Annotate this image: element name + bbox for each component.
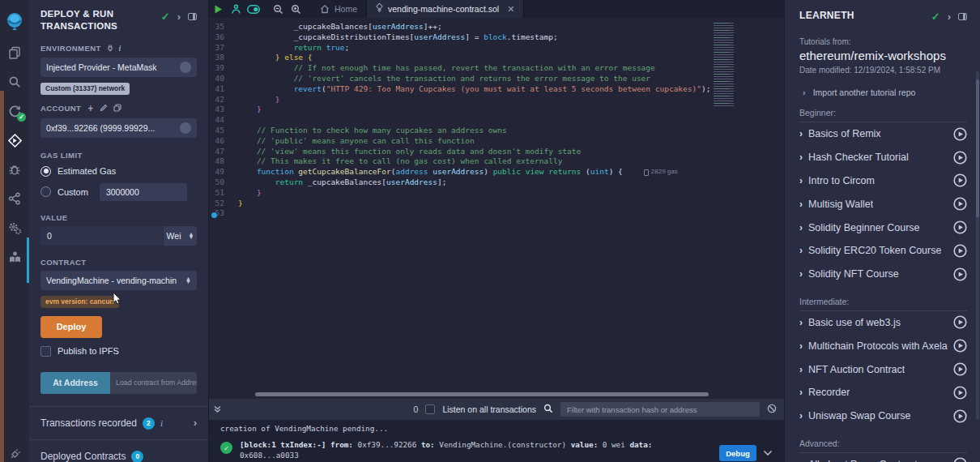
plugin-connect-icon[interactable] <box>0 439 29 462</box>
play-tutorial-button[interactable] <box>953 197 967 211</box>
import-tutorial-repo[interactable]: › Import another tutorial repo <box>799 88 967 97</box>
tutorial-item[interactable]: ›Basic use of web3.js <box>799 311 967 335</box>
tutorial-item[interactable]: ›Recorder <box>799 381 967 404</box>
value-unit-select[interactable]: Wei ▲▼ <box>163 226 197 246</box>
deployed-contracts-row[interactable]: Deployed Contracts 0 <box>40 440 197 462</box>
transaction-log-row[interactable]: ✓ [block:1 txIndex:-] from: 0xf39...9226… <box>220 440 776 462</box>
terminal-filter-input[interactable] <box>560 402 760 417</box>
deploy-run-panel: DEPLOY & RUN TRANSACTIONS ✓ › ENVIRONMEN… <box>29 0 209 462</box>
tutorial-item[interactable]: ›Multisig Wallet <box>799 192 967 216</box>
network-badge: Custom (31337) network <box>40 83 130 95</box>
deploy-button[interactable]: Deploy <box>40 316 102 338</box>
chevron-right-icon: › <box>799 340 803 352</box>
code-line: 40 // 'revert' cancels the transaction a… <box>209 74 784 84</box>
tutorial-item-label: Basic use of web3.js <box>808 317 901 328</box>
zoom-out-icon[interactable] <box>269 0 287 18</box>
file-explorer-icon[interactable] <box>0 38 29 67</box>
play-tutorial-button[interactable] <box>953 339 967 353</box>
transactions-info-icon[interactable]: i <box>160 418 163 428</box>
tutorial-item[interactable]: ›Solidity Beginner Course <box>799 216 967 239</box>
debug-button[interactable]: Debug <box>719 445 756 461</box>
environment-info-icon[interactable]: i <box>119 44 121 53</box>
tutorial-item[interactable]: ›All about Proxy Contracts <box>799 453 967 462</box>
terminal-log[interactable]: creation of VendingMachine pending... ✓ … <box>209 420 784 462</box>
value-input[interactable] <box>40 226 163 246</box>
code-line: 44 <box>209 115 784 126</box>
transactions-recorded-label: Transactions recorded <box>40 417 137 429</box>
close-tab-icon[interactable]: ✕ <box>507 4 514 15</box>
deploy-run-icon[interactable] <box>0 126 29 155</box>
tutorial-item[interactable]: ›Hash Checker Tutorial <box>799 146 967 169</box>
tutorial-item[interactable]: ›Solidity ERC20 Token Course <box>799 239 967 263</box>
tab-vending-machine-contract[interactable]: vending-machine-contract.sol ✕ <box>366 0 524 18</box>
account-select[interactable]: 0xf39...92266 (9999.99929... <box>40 118 197 138</box>
copy-account-icon[interactable] <box>113 104 121 113</box>
expand-log-chevron-icon[interactable] <box>763 449 773 458</box>
tutorial-item[interactable]: ›Multichain Protocols with Axelar <box>799 334 967 357</box>
code-line: 53 <box>209 208 784 219</box>
at-address-button[interactable]: At Address <box>40 372 110 394</box>
tutorial-section-label: Beginner: <box>799 108 967 122</box>
estimated-gas-radio[interactable] <box>40 166 51 177</box>
evm-version-badge: evm version: cancun <box>40 296 119 308</box>
play-tutorial-button[interactable] <box>953 127 967 141</box>
play-tutorial-button[interactable] <box>953 315 967 329</box>
walkthrough-person-icon[interactable] <box>227 0 245 18</box>
environment-select[interactable]: Injected Provider - MetaMask <box>40 58 197 77</box>
listen-transactions-checkbox[interactable] <box>425 404 435 414</box>
tutorial-item-label: All about Proxy Contracts <box>808 459 922 462</box>
custom-gas-radio[interactable] <box>40 186 51 197</box>
panel-pin-icon[interactable] <box>188 13 197 20</box>
play-tutorial-button[interactable] <box>953 220 967 234</box>
play-tutorial-button[interactable] <box>953 267 967 281</box>
remix-logo-icon <box>0 4 29 38</box>
tutorial-item[interactable]: ›Intro to Circom <box>799 169 967 193</box>
deployed-count-badge: 0 <box>131 451 143 462</box>
tab-home[interactable]: Home <box>311 0 366 18</box>
tutorial-item-label: Uniswap Swap Course <box>808 410 910 421</box>
play-tutorial-button[interactable] <box>953 409 967 423</box>
tutorial-item[interactable]: ›Solidity NFT Course <box>799 263 967 286</box>
contract-select[interactable]: VendingMachine - vending-machin ▲▼ <box>40 271 197 290</box>
tutorial-item[interactable]: ›NFT Auction Contract <box>799 357 967 381</box>
compiled-check-badge: ✓ <box>17 113 26 122</box>
ai-toggle-icon[interactable] <box>245 0 262 18</box>
editor-minimap[interactable] <box>714 23 735 106</box>
horizontal-scrollbar[interactable] <box>209 391 784 399</box>
add-account-icon[interactable]: + <box>87 103 93 114</box>
play-tutorial-button[interactable] <box>953 362 967 376</box>
learneth-collapse-icon[interactable]: › <box>948 11 951 23</box>
transactions-expand-icon[interactable]: › <box>194 417 197 429</box>
search-icon[interactable] <box>0 67 29 96</box>
play-tutorial-button[interactable] <box>953 151 967 165</box>
publish-ipfs-checkbox[interactable] <box>40 346 51 357</box>
tutorial-item[interactable]: ›Uniswap Swap Course <box>799 404 967 428</box>
editor-column: Home vending-machine-contract.sol ✕ 35 _… <box>209 0 784 462</box>
solidity-compiler-icon[interactable]: ✓ <box>0 96 29 126</box>
play-tutorial-button[interactable] <box>953 244 967 258</box>
custom-gas-input[interactable] <box>100 183 187 201</box>
code-line: 49 function getCupcakeBalanceFor(address… <box>209 167 784 178</box>
settings-icon[interactable] <box>0 213 29 242</box>
debugger-icon[interactable] <box>0 155 29 184</box>
clear-terminal-icon[interactable] <box>767 404 777 415</box>
learneth-pin-icon[interactable] <box>958 13 967 20</box>
tutorial-item-label: Solidity ERC20 Token Course <box>808 245 941 256</box>
transactions-recorded-row[interactable]: Transactions recorded 2 i › <box>40 407 197 439</box>
edit-account-icon[interactable] <box>100 104 108 113</box>
run-script-icon[interactable] <box>209 0 227 18</box>
transactions-count-badge: 2 <box>143 417 155 430</box>
at-address-input[interactable]: Load contract from Addres <box>110 372 197 394</box>
play-tutorial-button[interactable] <box>953 386 967 400</box>
learneth-plugin-icon[interactable] <box>0 242 29 272</box>
learneth-scrollbar[interactable] <box>976 71 979 420</box>
play-tutorial-button[interactable] <box>953 457 967 462</box>
breakpoint-dot[interactable] <box>211 212 217 218</box>
git-icon[interactable] <box>0 184 29 213</box>
expand-terminal-icon[interactable] <box>213 404 222 415</box>
play-tutorial-button[interactable] <box>953 173 967 187</box>
code-editor[interactable]: 35 _cupcakeBalances[userAddress]++;36 _c… <box>209 18 784 391</box>
panel-collapse-icon[interactable]: › <box>177 11 181 23</box>
zoom-in-icon[interactable] <box>287 0 305 18</box>
tutorial-item[interactable]: ›Basics of Remix <box>799 122 967 146</box>
